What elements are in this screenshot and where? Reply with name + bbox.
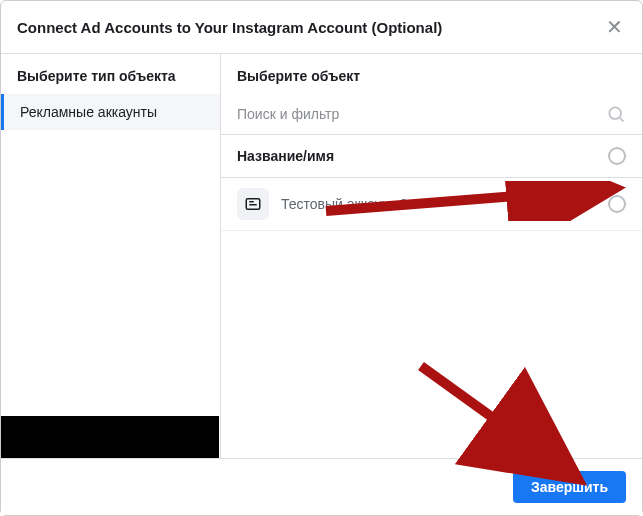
finish-button[interactable]: Завершить: [513, 471, 626, 503]
svg-line-1: [620, 118, 624, 122]
search-input[interactable]: [237, 100, 606, 128]
close-button[interactable]: ✕: [602, 15, 626, 39]
search-row: [221, 94, 642, 135]
ad-account-icon: [237, 188, 269, 220]
column-header-label: Название/имя: [237, 148, 334, 164]
search-icon: [606, 104, 626, 124]
modal-title: Connect Ad Accounts to Your Instagram Ac…: [17, 19, 442, 36]
close-icon: ✕: [606, 15, 623, 39]
column-header-row: Название/имя: [221, 135, 642, 178]
sidebar-item-label: Рекламные аккаунты: [20, 104, 157, 120]
sidebar: Выберите тип объекта Рекламные аккаунты: [1, 54, 221, 458]
sidebar-bottom-bar: [1, 416, 219, 458]
modal-footer: Завершить: [1, 458, 642, 515]
modal: Connect Ad Accounts to Your Instagram Ac…: [0, 0, 643, 516]
account-row-label: Тестовый аккаунт 2: [281, 196, 596, 212]
main-title: Выберите объект: [221, 54, 642, 94]
main-panel: Выберите объект Название/имя: [221, 54, 642, 458]
account-row-radio[interactable]: [608, 195, 626, 213]
account-row[interactable]: Тестовый аккаунт 2: [221, 178, 642, 231]
sidebar-title: Выберите тип объекта: [1, 54, 220, 94]
modal-body: Выберите тип объекта Рекламные аккаунты …: [1, 54, 642, 458]
account-list: Тестовый аккаунт 2: [221, 178, 642, 458]
select-all-radio[interactable]: [608, 147, 626, 165]
sidebar-item-ad-accounts[interactable]: Рекламные аккаунты: [1, 94, 220, 130]
svg-point-0: [609, 107, 621, 119]
modal-header: Connect Ad Accounts to Your Instagram Ac…: [1, 1, 642, 54]
